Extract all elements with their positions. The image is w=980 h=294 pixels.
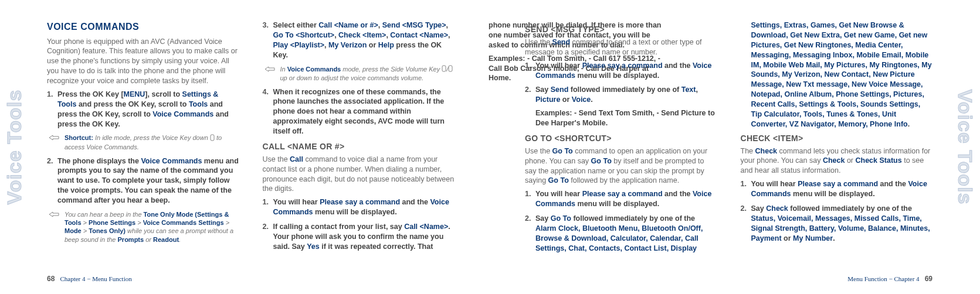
heading-check: CHECK <ITEM> <box>741 133 933 144</box>
send-step-2: 2.Say Send followed immediately by one o… <box>525 85 717 128</box>
intro-text: Your phone is equipped with an AVC (Adva… <box>47 37 239 86</box>
page-68: Voice Tools VOICE COMMANDS Your phone is… <box>0 0 490 294</box>
call-intro: Use the Call command to voice dial a nam… <box>263 155 455 194</box>
tip-beep: You can hear a beep in the Tone Only Mod… <box>47 210 239 244</box>
step-1: 1.Press the OK Key [MENU], scroll to Set… <box>47 90 239 129</box>
svg-rect-0 <box>211 135 214 141</box>
hand-point-icon <box>48 134 61 142</box>
svg-rect-2 <box>449 66 452 71</box>
voice-key-icon <box>210 134 215 143</box>
heading-voice-commands: VOICE COMMANDS <box>47 20 239 33</box>
tip-shortcut: Shortcut: In idle mode, press the Voice … <box>47 134 239 151</box>
svg-rect-1 <box>442 66 446 71</box>
step-2: 2.The phone displays the Voice Commands … <box>47 156 239 206</box>
step-4: 4.When it recognizes one of these comman… <box>263 87 455 136</box>
goto-intro: Use the Go To command to open an applica… <box>525 146 717 186</box>
check-intro: The Check command lets you check status … <box>741 146 933 176</box>
footer-right: Menu Function − Chapter 4 69 <box>844 274 932 283</box>
page-spread: Voice Tools VOICE COMMANDS Your phone is… <box>0 0 980 294</box>
call-step-1: 1.You will hear Please say a command and… <box>263 197 455 217</box>
page-69: Voice Tools SEND <MSG TYPE> Use the Send… <box>490 0 979 294</box>
step-3: 3.Select either Call <Name or #>, Send <… <box>263 20 455 60</box>
check-step-1: 1.You will hear Please say a command and… <box>741 179 933 199</box>
side-tab-left: Voice Tools <box>0 0 29 294</box>
tip-volume: In Voice Commands mode, press the Side V… <box>263 65 455 83</box>
send-step-1: 1.You will hear Please say a command and… <box>525 61 717 81</box>
heading-call: CALL <NAME OR #> <box>263 141 455 152</box>
hand-point-icon <box>264 65 277 73</box>
goto-step-1: 1.You will hear Please say a command and… <box>525 189 717 209</box>
heading-goto: GO TO <SHORTCUT> <box>525 133 717 144</box>
send-intro: Use the Send command to send a text or o… <box>525 37 717 57</box>
side-tab-right: Voice Tools <box>950 0 979 294</box>
volume-down-key-icon <box>448 65 453 74</box>
hand-point-icon <box>48 210 61 218</box>
volume-up-key-icon <box>442 65 446 74</box>
check-step-2: 2.Say Check followed immediately by one … <box>741 204 933 244</box>
heading-send: SEND <MSG TYPE> <box>525 24 717 35</box>
footer-left: 68 Chapter 4 − Menu Function <box>47 274 135 283</box>
